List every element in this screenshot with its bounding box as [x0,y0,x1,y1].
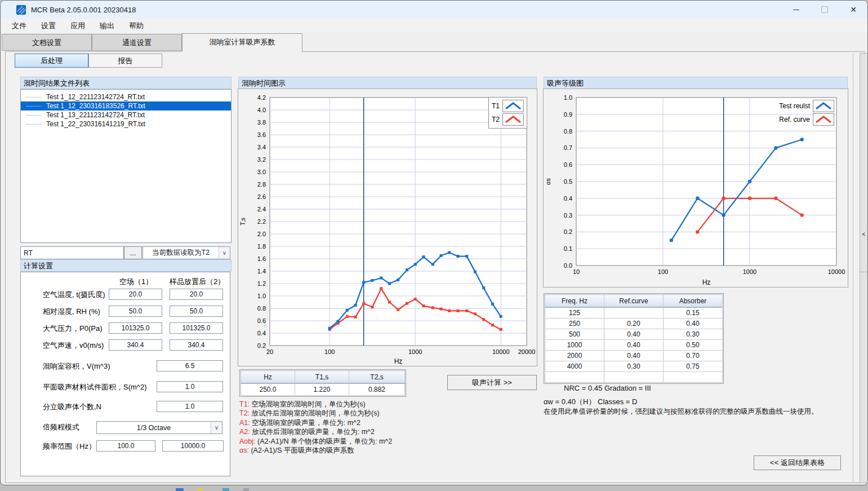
menu-item-3[interactable]: 输出 [94,19,120,33]
table-header-cell: Freq. Hz [545,295,604,308]
close-button[interactable]: ✕ [840,1,866,19]
nrc-result: NRC = 0.45 Gradation = III [564,384,651,392]
svg-text:Hz: Hz [394,357,403,365]
app-window: MCR Beta 2.05.0.001 20230418 ✕ 文件设置应用输出帮… [0,0,868,485]
rt-chart[interactable]: 0.20.40.60.81.01.21.41.61.82.02.22.42.62… [238,89,537,366]
table-cell: 0.40 [604,351,664,361]
octave-mode-select[interactable]: 1/3 Octave∨ [96,421,222,434]
line-chevron-icon [502,113,524,126]
grade-table: Freq. HzRef.curveAbsorber1250.152500.200… [544,293,724,384]
menu-item-0[interactable]: 文件 [6,19,32,33]
note-key: αs: [239,446,249,454]
list-item[interactable]: Test 1_13_221123142724_RT.txt [21,110,231,120]
setting-input[interactable] [170,306,223,317]
chevron-down-icon: ∨ [219,247,230,259]
table-row [545,372,723,383]
svg-text:4.2: 4.2 [257,94,266,101]
tab-document-settings[interactable]: 文档设置 [2,34,92,51]
rt-chart-svg[interactable]: 0.20.40.60.81.01.21.41.61.82.02.22.42.62… [238,89,537,366]
collapse-left-icon[interactable]: < [860,231,867,237]
svg-text:αs: αs [545,178,551,185]
table-cell: 500 [545,329,604,340]
setting-label: 相对湿度, RH (%) [43,307,100,317]
setting-input[interactable] [109,339,162,351]
setting-input[interactable] [96,440,155,452]
legend-item: Ref. curve [755,113,834,126]
note-key: A1: [239,419,250,427]
grade-chart-header: 吸声等级图 [544,77,848,89]
table-header-row: Freq. HzRef.curveAbsorber [545,295,723,308]
svg-text:3.8: 3.8 [257,119,266,126]
svg-text:4.0: 4.0 [257,107,266,113]
setting-input[interactable] [157,401,223,412]
svg-text:1.4: 1.4 [257,268,266,275]
setting-input[interactable] [170,339,223,351]
tab-channel-settings[interactable]: 通道设置 [92,34,182,51]
setting-input[interactable] [170,289,223,300]
list-item[interactable]: Test 1_12_221123142724_RT.txt [21,92,231,101]
maximize-button[interactable] [812,1,838,19]
menu-item-2[interactable]: 应用 [65,19,91,33]
setting-input[interactable] [170,322,223,334]
setting-label: 空气温度, t(摄氏度) [43,290,105,300]
svg-text:10000: 10000 [828,268,845,275]
taskbar-hint [197,488,203,491]
setting-input[interactable] [157,360,223,371]
setting-input[interactable] [109,289,162,300]
svg-text:20000: 20000 [518,348,536,355]
menu-item-1[interactable]: 设置 [35,19,61,33]
setting-input[interactable] [157,381,223,392]
file-name: Test 1_13_221123142724_RT.txt [46,110,145,120]
svg-text:3.4: 3.4 [257,144,266,151]
setting-input[interactable] [162,440,224,452]
note-line: Aobj: (A2-A1)/N 单个物体的吸声量，单位为: m^2 [239,437,392,446]
table-cell: 0.30 [664,329,723,340]
setting-input[interactable] [109,306,162,317]
tab-report[interactable]: 报告 [88,54,162,68]
svg-text:3.2: 3.2 [257,156,266,163]
svg-text:10000: 10000 [492,348,510,355]
menu-item-4[interactable]: 帮助 [123,19,149,33]
table-cell: 1000 [545,340,604,351]
file-list[interactable]: Test 1_12_221123142724_RT.txtTest 1_12_2… [20,89,232,243]
list-item[interactable]: Test 1_22_230316141219_RT.txt [21,120,231,129]
minimize-button[interactable] [783,1,809,19]
rt-filter-input[interactable] [20,246,124,259]
table-cell: 1.220 [295,383,349,396]
tree-branch-line [26,105,41,107]
legend-item: Test reulst [755,100,834,112]
tab-strip: 文档设置 通道设置 混响室计算吸声系数 [1,33,867,51]
svg-text:0.2: 0.2 [564,228,572,235]
tab-postprocess[interactable]: 后处理 [15,54,88,68]
list-item[interactable]: Test 1_12_230316183526_RT.txt [21,101,231,110]
svg-text:1.0: 1.0 [257,293,266,299]
note-text: 放试件后混响室的混响时间，单位为秒(s) [250,409,380,417]
rt-chart-legend: T1T2 [488,97,527,129]
svg-text:100: 100 [324,348,335,355]
table-cell: 2000 [545,351,604,361]
svg-text:1.6: 1.6 [257,255,266,262]
taskbar-hint [176,488,184,491]
current-data-value: 当前数据读取为T2 [143,247,219,259]
line-chevron-icon [813,100,834,112]
return-results-button[interactable]: << 返回结果表格 [754,455,841,470]
svg-text:2.6: 2.6 [257,193,266,200]
column-header-empty-room: 空场（1） [109,277,163,287]
menu-bar: 文件设置应用输出帮助 [1,19,867,33]
absorption-calc-button[interactable]: 吸声计算 >> [447,375,537,390]
calc-settings-header: 计算设置 [20,259,232,272]
note-key: T2: [239,409,250,417]
strip-divider [860,272,867,272]
svg-text:3.6: 3.6 [257,131,266,138]
table-cell: 0.882 [349,383,405,396]
browse-button[interactable]: ... [124,246,142,259]
svg-text:1000: 1000 [743,268,756,275]
svg-text:2.0: 2.0 [257,231,266,237]
current-data-select[interactable]: 当前数据读取为T2 ∨ [143,246,230,259]
setting-input[interactable] [109,322,162,334]
note-text: (A2-A1)/S 平面吸声体的吸声系数 [249,446,354,454]
tab-reverb-absorption[interactable]: 混响室计算吸声系数 [182,33,302,52]
setting-label: 混响室容积，V(m^3) [43,361,110,371]
table-header-cell: T2,s [349,371,405,384]
table-row: 20000.400.70 [545,351,723,361]
